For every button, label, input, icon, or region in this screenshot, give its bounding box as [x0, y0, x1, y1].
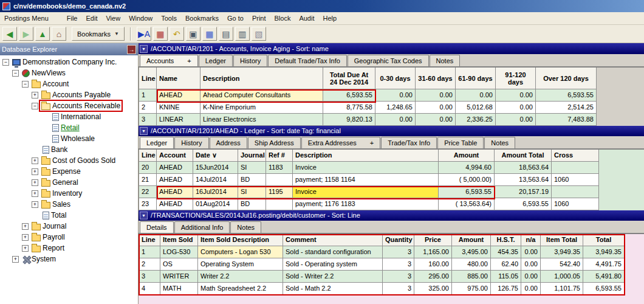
- menu-item-file[interactable]: File: [63, 13, 82, 23]
- menu-item-go-to[interactable]: Go to: [223, 13, 248, 23]
- cell[interactable]: 325.00: [414, 283, 452, 295]
- cell[interactable]: BD: [238, 198, 266, 210]
- cell[interactable]: SI: [238, 162, 266, 174]
- cell[interactable]: Linear Electronics: [200, 114, 323, 126]
- tree-item-sales[interactable]: +Sales: [0, 199, 138, 210]
- tree-item-total[interactable]: Total: [0, 210, 138, 221]
- expand-box-icon[interactable]: +: [32, 92, 38, 98]
- cell[interactable]: 1,000.05: [541, 271, 583, 283]
- cell[interactable]: 3: [139, 114, 157, 126]
- tree-entry[interactable]: Expense: [40, 167, 82, 176]
- cell[interactable]: AHEAD: [157, 162, 193, 174]
- column-header-total[interactable]: Total: [583, 234, 625, 246]
- tab-address[interactable]: Address: [210, 137, 247, 148]
- tab-history[interactable]: History: [233, 55, 267, 66]
- cell[interactable]: SI: [238, 186, 266, 198]
- cell[interactable]: ( 5,000.00): [439, 174, 495, 186]
- menu-item-help[interactable]: Help: [318, 13, 341, 23]
- cell[interactable]: 20,157.19: [495, 186, 552, 198]
- collapse-box-icon[interactable]: −: [22, 81, 29, 88]
- expand-box-icon[interactable]: +: [32, 201, 38, 208]
- cell[interactable]: 2: [139, 102, 157, 114]
- cell[interactable]: Sold - standard configuration: [283, 246, 383, 258]
- cell[interactable]: 01Aug2014: [193, 198, 238, 210]
- cell[interactable]: 3: [139, 271, 160, 283]
- cell[interactable]: Ahead Computer Consultants: [200, 89, 323, 102]
- column-header-item-total[interactable]: Item Total: [541, 234, 583, 246]
- tab-trade-tax-info[interactable]: Trade/Tax Info: [381, 137, 437, 148]
- cell[interactable]: 0.00: [521, 271, 541, 283]
- expand-box-icon[interactable]: +: [12, 256, 19, 263]
- cell[interactable]: 9,820.13: [323, 114, 375, 126]
- cell[interactable]: Invoice: [293, 162, 439, 174]
- cell[interactable]: 16Jul2014: [193, 186, 238, 198]
- tab-details[interactable]: Details: [140, 221, 174, 233]
- tab-add-icon[interactable]: +: [370, 137, 374, 148]
- cell[interactable]: 6,593.55: [536, 89, 597, 102]
- column-header-line[interactable]: Line: [139, 150, 157, 162]
- cell[interactable]: 8,775.58: [323, 102, 375, 114]
- cell[interactable]: 0.00: [496, 114, 536, 126]
- column-header-item-sold-description[interactable]: Item Sold Description: [198, 234, 283, 246]
- tree-item-accounts-receivable[interactable]: −Accounts Receivable: [0, 100, 138, 111]
- cell[interactable]: 542.40: [541, 258, 583, 271]
- cell[interactable]: WRITER: [160, 271, 198, 283]
- tree-entry[interactable]: Retail: [51, 123, 81, 133]
- cell[interactable]: 62.40: [491, 258, 521, 271]
- tab-accounts[interactable]: Accounts+: [140, 55, 198, 66]
- column-header-quantity[interactable]: Quantity: [383, 234, 414, 246]
- cell[interactable]: LINEAR: [157, 114, 200, 126]
- tree-item-account[interactable]: −Account: [0, 78, 138, 89]
- tree-entry[interactable]: Total: [41, 210, 67, 220]
- cell[interactable]: 1: [139, 246, 160, 258]
- tree-item-bank[interactable]: Bank: [0, 144, 138, 155]
- cell[interactable]: 3: [383, 271, 414, 283]
- cell[interactable]: 1195: [266, 186, 293, 198]
- column-header-31-60-days[interactable]: 31-60 days: [416, 67, 456, 89]
- explorer-dock-button[interactable]: →: [127, 45, 136, 54]
- cell[interactable]: 0.00: [416, 102, 456, 114]
- tab-geographic-tax-codes[interactable]: Geographic Tax Codes: [348, 55, 429, 66]
- tab-history[interactable]: History: [174, 137, 208, 148]
- cell[interactable]: 160.00: [414, 258, 452, 271]
- cell[interactable]: 18,563.64: [495, 162, 552, 174]
- report-icon[interactable]: ▧: [252, 27, 266, 41]
- column-header-comment[interactable]: Comment: [283, 234, 383, 246]
- cell[interactable]: 23: [139, 198, 157, 210]
- cell[interactable]: 7,483.88: [536, 114, 597, 126]
- cell[interactable]: 21: [139, 174, 157, 186]
- cell[interactable]: 480.00: [452, 258, 491, 271]
- tree-entry[interactable]: Cost of Goods Sold: [40, 156, 117, 165]
- cell[interactable]: 4,491.75: [583, 258, 625, 271]
- menu-item-audit[interactable]: Audit: [295, 13, 318, 23]
- cell[interactable]: MATH: [160, 283, 198, 295]
- up-icon[interactable]: ▲: [35, 27, 50, 41]
- cell[interactable]: 2,514.25: [536, 102, 597, 114]
- home-icon[interactable]: ⌂: [52, 27, 66, 41]
- tab-notes[interactable]: Notes: [484, 137, 515, 148]
- cell[interactable]: 295.00: [414, 271, 452, 283]
- tree-item-expense[interactable]: +Expense: [0, 166, 138, 177]
- back-icon[interactable]: ◀: [2, 27, 17, 41]
- grid-icon[interactable]: ▥: [235, 27, 250, 41]
- cell[interactable]: Operating System: [198, 258, 283, 271]
- column-header-account[interactable]: Account: [157, 150, 193, 162]
- collapse-box-icon[interactable]: −: [32, 103, 38, 109]
- cell[interactable]: [552, 186, 599, 198]
- column-header-amount[interactable]: Amount: [439, 150, 495, 162]
- tree-item-newviews[interactable]: −NewViews: [0, 67, 138, 78]
- cell[interactable]: 0.00: [496, 89, 536, 102]
- table-icon[interactable]: ▤: [219, 27, 233, 41]
- tab-ledger[interactable]: Ledger: [140, 137, 174, 148]
- cell[interactable]: Writer 2.2: [198, 271, 283, 283]
- cell[interactable]: K-Nine Emporium: [200, 102, 323, 114]
- cell[interactable]: 0.00: [521, 258, 541, 271]
- cell[interactable]: KNINE: [157, 102, 200, 114]
- cell[interactable]: 3,949.35: [541, 246, 583, 258]
- cell[interactable]: 3: [383, 246, 414, 258]
- column-header-total-due-at-24-dec-2014[interactable]: Total Due At 24 Dec 2014: [323, 67, 375, 89]
- cell[interactable]: AHEAD: [157, 89, 200, 102]
- cell[interactable]: 4,994.60: [439, 162, 495, 174]
- cell[interactable]: Invoice: [293, 186, 439, 198]
- menu-item-tools[interactable]: Tools: [157, 13, 181, 23]
